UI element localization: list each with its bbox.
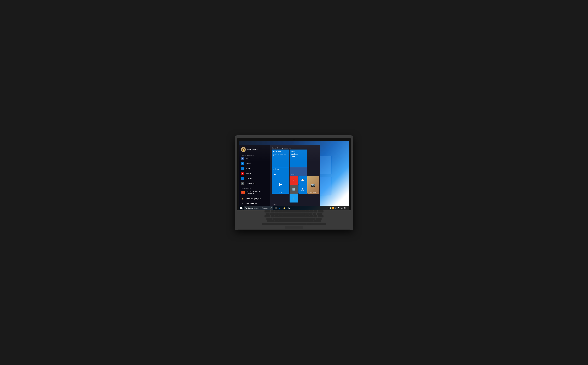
- recently-used-label: Недавно використані: [239, 154, 270, 156]
- tile-calc[interactable]: 🔢: [290, 185, 298, 194]
- key-f11: [310, 210, 314, 212]
- app-item-onedrive[interactable]: ☁ OneDrive: [239, 176, 270, 181]
- tile-store[interactable]: 🛍 Магазин: [298, 185, 307, 194]
- mail-tile-label: Пошта: [275, 168, 279, 170]
- touchpad[interactable]: [285, 226, 303, 229]
- mail-live-header: ✉ Пошта: [273, 168, 279, 170]
- key-equals: [313, 213, 316, 215]
- messaging-icon: 💬: [301, 179, 304, 182]
- store-icon: 🛍: [302, 188, 304, 190]
- key-k: [300, 218, 304, 220]
- tile-calendar[interactable]: По. 13: [290, 167, 307, 176]
- chevron-up-icon[interactable]: ▲: [328, 207, 329, 209]
- key-alt-l: [276, 223, 280, 225]
- app-item-cars[interactable]: 🚗 Автомобілі: швидше блискавки: [239, 190, 270, 195]
- key-row-3: [244, 215, 344, 218]
- task-view-button[interactable]: ⬛: [273, 206, 278, 210]
- key-row-2: [244, 213, 344, 215]
- key-0: [305, 213, 308, 215]
- anton-text: З нетерпінням очікую нашої подорожі! Моя…: [273, 152, 288, 156]
- store-button[interactable]: 🛍: [287, 206, 291, 210]
- key-win: [272, 223, 276, 225]
- calc-icon: 🔢: [241, 182, 244, 185]
- screen-bezel: 👩 Анна Савченко Недавно використані W Wo…: [237, 138, 351, 210]
- key-c: [282, 220, 286, 222]
- tile-messaging[interactable]: 💬: [298, 176, 307, 185]
- clock-time: 16:30: [344, 206, 347, 208]
- key-arrow-l: [310, 223, 314, 225]
- key-space: [280, 223, 306, 225]
- key-f9: [302, 210, 306, 212]
- volume-icon: 🔊: [335, 207, 336, 209]
- key-f7: [294, 210, 298, 212]
- key-semicolon: [308, 218, 312, 220]
- key-minus: [309, 213, 313, 215]
- key-f4: [282, 210, 286, 212]
- app-item-calc[interactable]: 🔢 Калькулятор: [239, 181, 270, 186]
- key-v: [286, 220, 290, 222]
- settings-item[interactable]: ⚙ Налаштування: [239, 201, 270, 206]
- calc-tile-icon: 🔢: [292, 188, 295, 191]
- cars-label: Автомобілі: швидше блискавки: [247, 190, 268, 194]
- key-f10: [306, 210, 310, 212]
- key-i: [298, 215, 302, 218]
- key-quote: [312, 218, 315, 220]
- route-subtitle: Fourth Coffee: [291, 154, 298, 155]
- app-item-word[interactable]: W Word: [239, 156, 270, 161]
- store-label: Магазин: [301, 190, 304, 191]
- app-item-mail[interactable]: ✉ Пошта: [239, 161, 270, 166]
- clock[interactable]: 16:30 13.07.2015: [340, 206, 348, 210]
- power-icon: ⏻: [241, 207, 244, 210]
- tile-col-left: 🗺 Карти: [272, 176, 289, 194]
- store-content: 🛍 Магазин: [301, 188, 304, 191]
- key-f6: [290, 210, 294, 212]
- key-x: [278, 220, 282, 222]
- key-bracket-l: [310, 215, 314, 218]
- app-item-news[interactable]: 📰 Новини: [239, 171, 270, 176]
- laptop-frame: 👩 Анна Савченко Недавно використані W Wo…: [235, 135, 353, 230]
- mail-envelope-icon: ✉: [273, 168, 274, 170]
- tile-twitter[interactable]: 🐦: [290, 194, 298, 203]
- quick-look-label: Швидкий погляд на ваше життя: [272, 147, 319, 149]
- tile-mail-live[interactable]: ✉ Пошта ✉ 10: [272, 167, 289, 176]
- clock-date: 13.07.2015: [341, 208, 347, 210]
- files-item[interactable]: 📁 Файловий провідник: [239, 196, 270, 201]
- recommended-label: Рекомендовано: [239, 187, 270, 190]
- key-3: [277, 213, 281, 215]
- key-9: [301, 213, 305, 215]
- key-fn: [268, 223, 272, 225]
- tile-maps[interactable]: 🗺 Карти: [272, 176, 289, 194]
- key-del: [318, 210, 323, 212]
- key-l: [304, 218, 308, 220]
- edge-button[interactable]: e: [278, 206, 282, 210]
- robota-label: Робота: [272, 203, 319, 205]
- onedrive-icon: ☁: [241, 177, 244, 180]
- laptop-bottom: [237, 229, 351, 230]
- network-icon: 📶: [332, 207, 334, 209]
- tile-photos[interactable]: 📷 Фотографії: [307, 176, 319, 194]
- tile-flipboard[interactable]: f: [290, 176, 298, 185]
- files-button[interactable]: 📁: [282, 206, 286, 210]
- key-f5: [286, 210, 290, 212]
- flipboard-icon: f: [293, 179, 294, 182]
- start-tiles: Швидкий погляд на ваше життя Антон Пугач…: [270, 145, 320, 206]
- key-enter-2: [316, 218, 322, 220]
- app-item-people[interactable]: 👥 Люди: [239, 166, 270, 171]
- files-taskbar-icon: 📁: [283, 207, 286, 209]
- key-s: [276, 218, 280, 220]
- key-row-1: [244, 210, 344, 212]
- key-slash: [310, 220, 314, 222]
- mail-label: Пошта: [246, 163, 251, 165]
- user-section[interactable]: 👩 Анна Савченко: [239, 145, 270, 154]
- power-item[interactable]: ⏻ Живлення: [239, 206, 270, 210]
- cars-thumb: 🚗: [241, 191, 245, 194]
- key-esc: [265, 210, 270, 212]
- tile-anton[interactable]: Антон Пугач З нетерпінням очікую нашої п…: [272, 149, 289, 167]
- system-tray: ▲ 🔋 📶 🔊 💬 16:30 13.07.2015: [327, 206, 349, 210]
- twitter-icon: 🐦: [292, 197, 295, 200]
- key-n: [294, 220, 298, 222]
- word-label: Word: [246, 158, 249, 160]
- key-tab: [265, 215, 270, 218]
- tile-route[interactable]: Скластимаршрут Fourth Coffee 16:00: [290, 149, 307, 167]
- key-7: [293, 213, 297, 215]
